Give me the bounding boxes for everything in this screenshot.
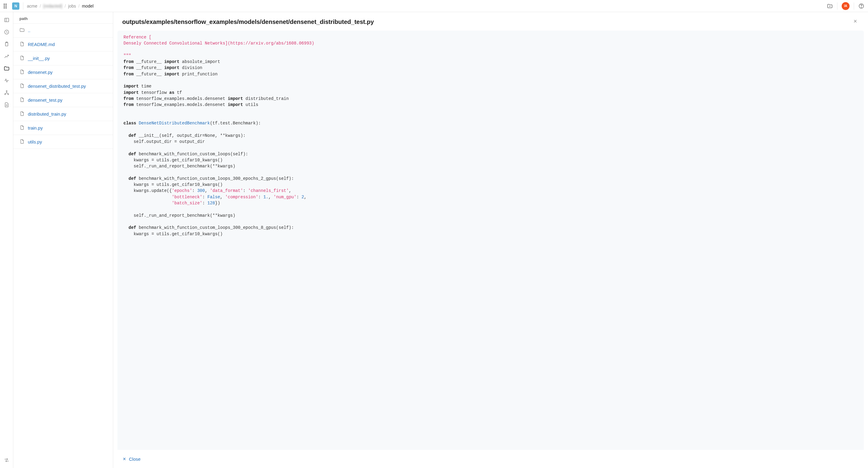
breadcrumb-item[interactable]: jobs [68,4,76,8]
code-content: Reference [ Densely Connected Convolutio… [117,32,864,240]
folder-row[interactable]: .. [13,24,113,37]
file-row[interactable]: __init__.py [13,52,113,65]
topbar-left: N acme / [redacted] / jobs / model [4,2,94,10]
file-icon [19,69,25,75]
folder-icon [19,27,25,34]
breadcrumb: acme / [redacted] / jobs / model [27,4,94,8]
file-row[interactable]: README.md [13,37,113,52]
viewer-title: outputs/examples/tensorflow_examples/mod… [122,19,374,25]
close-button[interactable]: Close [122,457,141,462]
tree-icon[interactable] [4,90,10,96]
breadcrumb-separator: / [64,4,66,8]
file-row[interactable]: densenet_distributed_test.py [13,79,113,93]
viewer-footer: Close [113,450,868,468]
file-row[interactable]: densenet.py [13,65,113,79]
svg-point-8 [4,94,5,94]
svg-rect-2 [4,18,8,22]
file-name: train.py [28,125,43,130]
file-name: README.md [28,42,55,47]
svg-rect-5 [5,42,7,46]
file-icon [19,97,25,103]
file-name: utils.py [28,139,42,145]
file-icon [19,55,25,61]
file-icon [19,41,25,48]
panel-icon[interactable] [4,17,10,23]
clipboard-icon[interactable] [4,41,10,47]
workspace-badge[interactable]: N [12,2,19,10]
activity-icon[interactable] [4,77,10,84]
divider [854,2,854,10]
breadcrumb-separator: / [40,4,41,8]
file-name: .. [28,28,30,33]
svg-point-9 [7,94,8,94]
divider [23,2,23,10]
app-menu-icon[interactable] [4,4,8,8]
left-rail [0,12,13,468]
chart-icon[interactable] [4,53,10,59]
file-row[interactable]: densenet_test.py [13,93,113,107]
file-panel: path ..README.md__init__.pydensenet.pyde… [13,12,113,468]
folder-add-icon[interactable] [827,3,833,9]
file-name: __init__.py [28,56,50,61]
help-icon[interactable] [858,3,864,9]
code-container[interactable]: Reference [ Densely Connected Convolutio… [117,31,864,450]
file-icon [19,138,25,145]
code-viewer: outputs/examples/tensorflow_examples/mod… [113,12,868,468]
expand-icon[interactable] [4,457,10,463]
svg-point-1 [861,7,861,7]
file-icon [19,83,25,89]
svg-point-7 [6,91,7,91]
folder-icon[interactable] [4,65,10,71]
breadcrumb-item[interactable]: acme [27,4,37,8]
viewer-header: outputs/examples/tensorflow_examples/mod… [113,12,868,31]
close-button-label: Close [129,457,141,462]
document-icon[interactable] [4,102,10,108]
file-name: densenet_distributed_test.py [28,84,86,89]
file-row[interactable]: distributed_train.py [13,107,113,121]
file-icon [19,125,25,131]
file-name: densenet.py [28,70,53,75]
clock-icon[interactable] [4,29,10,35]
file-list: ..README.md__init__.pydensenet.pydensene… [13,24,113,149]
breadcrumb-item-current[interactable]: model [82,4,94,8]
file-icon [19,111,25,117]
file-name: distributed_train.py [28,112,66,117]
file-row[interactable]: train.py [13,121,113,135]
file-panel-header: path [13,12,113,24]
file-name: densenet_test.py [28,97,62,103]
breadcrumb-item[interactable]: [redacted] [43,4,62,8]
topbar: N acme / [redacted] / jobs / model IA [0,0,868,12]
main: path ..README.md__init__.pydensenet.pyde… [0,12,868,468]
topbar-right: IA [827,2,864,10]
avatar[interactable]: IA [842,2,849,10]
breadcrumb-separator: / [79,4,80,8]
divider [837,2,837,10]
close-icon[interactable] [851,18,859,26]
file-row[interactable]: utils.py [13,135,113,149]
